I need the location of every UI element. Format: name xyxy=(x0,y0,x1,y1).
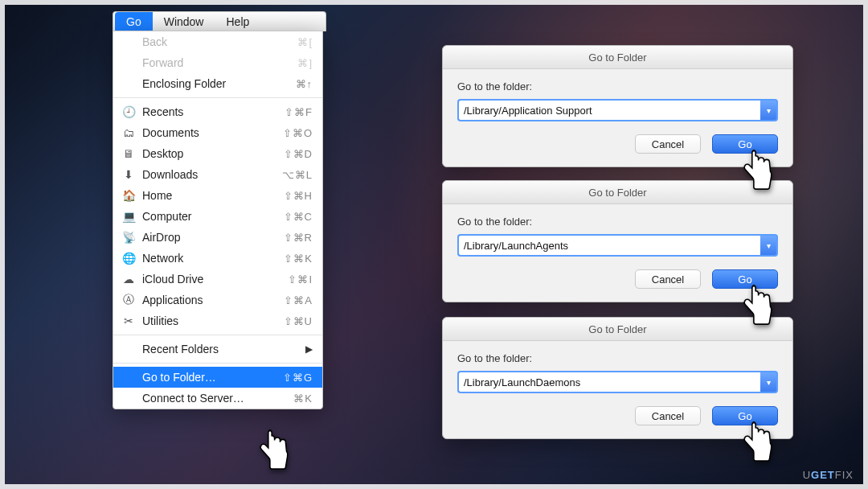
menu-shortcut: ⌥⌘L xyxy=(282,169,313,181)
menu-shortcut: ⇧⌘A xyxy=(284,294,313,306)
menu-item-label: Forward xyxy=(142,56,297,69)
menu-shortcut: ⇧⌘R xyxy=(284,232,313,244)
menu-item-label: Home xyxy=(142,189,284,202)
menu-item-desktop[interactable]: 🖥Desktop⇧⌘D xyxy=(113,143,322,164)
menu-item-back: Back⌘[ xyxy=(113,31,322,52)
computer-icon: 💻 xyxy=(121,210,136,223)
dialog-title: Go to Folder xyxy=(443,318,792,341)
watermark: UGETFIX xyxy=(803,469,854,481)
menu-item-label: Downloads xyxy=(142,168,282,181)
menu-item-computer[interactable]: 💻Computer⇧⌘C xyxy=(113,206,322,227)
menu-separator xyxy=(113,97,322,98)
menu-item-downloads[interactable]: ⬇︎Downloads⌥⌘L xyxy=(113,164,322,185)
dialog-prompt: Go to the folder: xyxy=(457,216,778,228)
dialog-prompt: Go to the folder: xyxy=(457,80,778,92)
menu-shortcut: ⌘] xyxy=(297,57,313,69)
menubar: Go Window Help xyxy=(113,11,326,31)
menu-item-forward: Forward⌘] xyxy=(113,52,322,73)
desktop-icon: 🖥 xyxy=(121,147,136,160)
menu-shortcut: ⇧⌘U xyxy=(284,315,313,327)
menu-item-airdrop[interactable]: 📡AirDrop⇧⌘R xyxy=(113,227,322,248)
menu-separator xyxy=(113,363,322,364)
menu-item-label: Network xyxy=(142,252,284,265)
menu-shortcut: ⇧⌘O xyxy=(283,127,313,139)
menu-shortcut: ⇧⌘D xyxy=(284,148,313,160)
menu-item-label: Connect to Server… xyxy=(142,392,293,405)
folder-path-input[interactable] xyxy=(457,234,760,257)
menu-item-icloud-drive[interactable]: ☁︎iCloud Drive⇧⌘I xyxy=(113,269,322,290)
home-icon: 🏠 xyxy=(121,189,136,202)
menu-item-label: Computer xyxy=(142,210,284,223)
dropdown-toggle-icon[interactable]: ▾ xyxy=(760,99,778,121)
menubar-go[interactable]: Go xyxy=(115,12,153,31)
menu-item-connect-to-server[interactable]: Connect to Server…⌘K xyxy=(113,388,322,409)
menubar-help[interactable]: Help xyxy=(215,12,260,31)
menu-item-home[interactable]: 🏠Home⇧⌘H xyxy=(113,185,322,206)
menu-shortcut: ⇧⌘C xyxy=(284,211,313,223)
menu-item-label: Enclosing Folder xyxy=(142,77,296,90)
go-button[interactable]: Go xyxy=(712,269,778,289)
menu-item-label: Go to Folder… xyxy=(142,371,283,384)
icloud-icon: ☁︎ xyxy=(121,273,136,286)
applications-icon: Ⓐ xyxy=(121,293,136,307)
menu-item-go-to-folder[interactable]: Go to Folder…⇧⌘G xyxy=(113,367,322,388)
dialog-prompt: Go to the folder: xyxy=(457,352,778,364)
menu-item-recents[interactable]: 🕘Recents⇧⌘F xyxy=(113,101,322,122)
go-button[interactable]: Go xyxy=(712,134,778,154)
airdrop-icon: 📡 xyxy=(121,231,136,244)
menu-shortcut: ⌘↑ xyxy=(296,78,313,90)
folder-path-input[interactable] xyxy=(457,371,760,393)
menu-item-label: Recents xyxy=(142,105,285,118)
menu-shortcut: ⇧⌘F xyxy=(285,106,313,118)
go-button[interactable]: Go xyxy=(712,406,778,425)
folder-path-input[interactable] xyxy=(457,99,760,121)
downloads-icon: ⬇︎ xyxy=(121,168,136,181)
dropdown-toggle-icon[interactable]: ▾ xyxy=(760,234,778,257)
menu-shortcut: ⌘K xyxy=(293,392,313,405)
menu-item-network[interactable]: 🌐Network⇧⌘K xyxy=(113,248,322,269)
menu-item-label: Desktop xyxy=(142,147,284,160)
menu-shortcut: ⇧⌘I xyxy=(288,273,313,286)
menu-item-label: Back xyxy=(142,35,297,48)
menu-shortcut: ⇧⌘G xyxy=(283,372,313,384)
go-to-folder-dialog-2: Go to FolderGo to the folder:▾CancelGo xyxy=(442,180,793,302)
dialog-title: Go to Folder xyxy=(443,46,792,69)
menu-shortcut: ⇧⌘K xyxy=(284,253,313,265)
clock-icon: 🕘 xyxy=(121,105,136,118)
menu-separator xyxy=(113,335,322,335)
menu-shortcut: ⌘[ xyxy=(297,36,313,48)
menu-shortcut: ⇧⌘H xyxy=(284,190,313,202)
menu-item-applications[interactable]: ⒶApplications⇧⌘A xyxy=(113,290,322,310)
dropdown-toggle-icon[interactable]: ▾ xyxy=(760,371,778,393)
menu-item-enclosing-folder[interactable]: Enclosing Folder⌘↑ xyxy=(113,73,322,94)
documents-icon: 🗂 xyxy=(121,126,136,139)
menu-item-label: iCloud Drive xyxy=(142,273,288,286)
menu-item-documents[interactable]: 🗂Documents⇧⌘O xyxy=(113,122,322,143)
go-menu-dropdown: Back⌘[Forward⌘]Enclosing Folder⌘↑🕘Recent… xyxy=(113,31,323,409)
utilities-icon: ✂︎ xyxy=(121,314,136,327)
menu-item-label: Utilities xyxy=(142,314,284,327)
menubar-window[interactable]: Window xyxy=(153,12,215,31)
menu-item-label: Recent Folders xyxy=(142,343,305,355)
menu-item-utilities[interactable]: ✂︎Utilities⇧⌘U xyxy=(113,310,322,331)
menu-item-label: AirDrop xyxy=(142,231,284,244)
chevron-right-icon: ▶ xyxy=(305,343,313,355)
network-icon: 🌐 xyxy=(121,252,136,265)
menu-item-label: Documents xyxy=(142,126,283,139)
menu-item-recent-folders[interactable]: Recent Folders▶ xyxy=(113,339,322,360)
cancel-button[interactable]: Cancel xyxy=(635,406,701,425)
go-to-folder-dialog-3: Go to FolderGo to the folder:▾CancelGo xyxy=(442,317,793,439)
cancel-button[interactable]: Cancel xyxy=(635,269,701,289)
dialog-title: Go to Folder xyxy=(443,181,792,204)
go-to-folder-dialog-1: Go to FolderGo to the folder:▾CancelGo xyxy=(442,45,793,167)
menu-item-label: Applications xyxy=(142,294,284,306)
cancel-button[interactable]: Cancel xyxy=(635,134,701,154)
